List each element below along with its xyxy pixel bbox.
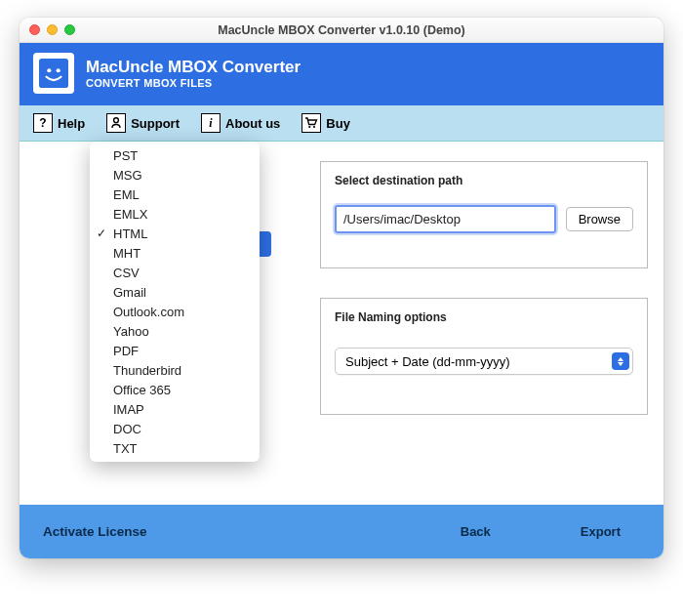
format-option[interactable]: PST xyxy=(90,145,260,165)
destination-title: Select destination path xyxy=(335,174,633,187)
footer-bar: Activate License Back Export xyxy=(20,505,663,558)
export-button[interactable]: Export xyxy=(561,516,640,547)
file-naming-select[interactable]: Subject + Date (dd-mm-yyyy) xyxy=(335,348,633,375)
titlebar: MacUncle MBOX Converter v1.0.10 (Demo) xyxy=(20,18,663,43)
format-dropdown[interactable]: PSTMSGEMLEMLXHTMLMHTCSVGmailOutlook.comY… xyxy=(90,142,260,462)
format-option[interactable]: CSV xyxy=(90,263,260,282)
svg-point-4 xyxy=(309,126,311,128)
format-option[interactable]: Yahoo xyxy=(90,321,260,341)
format-option[interactable]: MHT xyxy=(90,243,260,263)
destination-panel: Select destination path Browse xyxy=(320,161,648,268)
brand-subtitle: CONVERT MBOX FILES xyxy=(86,77,301,89)
main-toolbar: ? Help Support i About us Buy xyxy=(20,103,663,142)
about-label: About us xyxy=(225,116,280,131)
format-option[interactable]: TXT xyxy=(90,438,260,458)
destination-path-input[interactable] xyxy=(335,205,556,233)
minimize-icon[interactable] xyxy=(47,24,58,35)
format-option[interactable]: DOC xyxy=(90,419,260,438)
svg-rect-0 xyxy=(39,59,68,88)
zoom-icon[interactable] xyxy=(64,24,75,35)
help-label: Help xyxy=(58,116,85,131)
window-controls xyxy=(29,24,75,35)
format-option[interactable]: Thunderbird xyxy=(90,360,260,380)
svg-point-3 xyxy=(114,118,119,123)
file-naming-title: File Naming options xyxy=(335,310,633,324)
format-option[interactable]: EML xyxy=(90,185,260,204)
format-option[interactable]: Office 365 xyxy=(90,380,260,399)
svg-point-1 xyxy=(47,68,51,72)
chevron-updown-icon xyxy=(612,352,629,370)
format-option[interactable]: HTML xyxy=(90,224,260,243)
svg-point-5 xyxy=(313,126,315,128)
format-option[interactable]: PDF xyxy=(90,341,260,360)
close-icon[interactable] xyxy=(29,24,40,35)
buy-button[interactable]: Buy xyxy=(301,113,350,133)
info-icon: i xyxy=(201,113,221,133)
hidden-select-edge xyxy=(260,231,271,257)
format-option[interactable]: Outlook.com xyxy=(90,302,260,321)
back-button[interactable]: Back xyxy=(441,516,510,547)
window-title: MacUncle MBOX Converter v1.0.10 (Demo) xyxy=(218,23,465,37)
format-option[interactable]: Gmail xyxy=(90,282,260,302)
app-window: MacUncle MBOX Converter v1.0.10 (Demo) M… xyxy=(20,18,663,558)
activate-license-button[interactable]: Activate License xyxy=(43,524,147,539)
app-logo-icon xyxy=(33,53,74,94)
support-button[interactable]: Support xyxy=(106,113,180,133)
brand-text: MacUncle MBOX Converter CONVERT MBOX FIL… xyxy=(86,58,301,89)
format-option[interactable]: IMAP xyxy=(90,399,260,419)
brand-bar: MacUncle MBOX Converter CONVERT MBOX FIL… xyxy=(20,43,663,103)
brand-title: MacUncle MBOX Converter xyxy=(86,58,301,77)
svg-point-2 xyxy=(57,68,60,72)
file-naming-value: Subject + Date (dd-mm-yyyy) xyxy=(345,354,510,369)
content-area: Select destination path Browse File Nami… xyxy=(20,142,663,505)
cart-icon xyxy=(301,113,321,133)
format-option[interactable]: EMLX xyxy=(90,204,260,224)
file-naming-panel: File Naming options Subject + Date (dd-m… xyxy=(320,298,648,415)
help-button[interactable]: ? Help xyxy=(33,113,85,133)
support-label: Support xyxy=(131,116,180,131)
format-option[interactable]: MSG xyxy=(90,165,260,185)
support-icon xyxy=(106,113,126,133)
browse-button[interactable]: Browse xyxy=(566,207,633,231)
help-icon: ? xyxy=(33,113,53,133)
buy-label: Buy xyxy=(326,116,350,131)
about-button[interactable]: i About us xyxy=(201,113,280,133)
